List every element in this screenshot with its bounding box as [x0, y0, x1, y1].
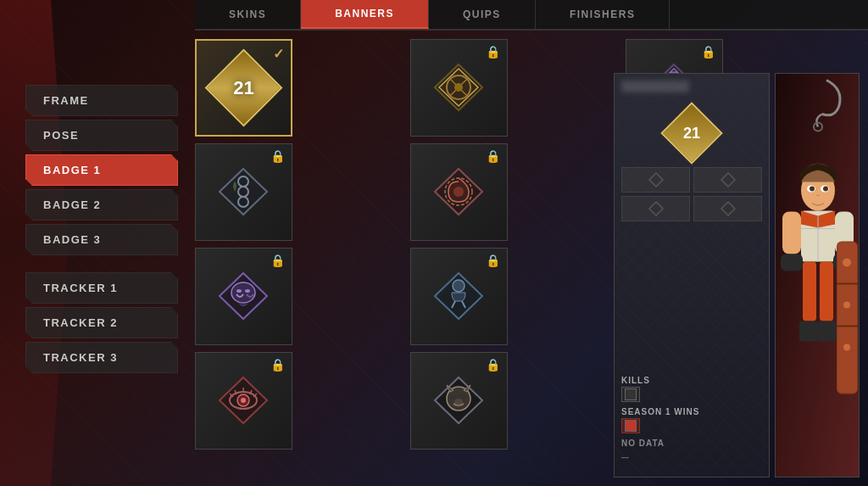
badge-cell-1[interactable]: ✓ 21	[195, 39, 292, 137]
badge-svg-4	[216, 165, 271, 220]
svg-point-47	[461, 394, 466, 399]
badge-21-widget: 21	[214, 59, 274, 118]
lock-icon-4: 🔒	[270, 149, 285, 163]
character-svg	[776, 74, 860, 477]
sidebar: FRAME POSE BADGE 1 BADGE 2 BADGE 3 TRACK…	[25, 85, 178, 373]
svg-point-24	[245, 289, 250, 293]
svg-point-80	[843, 302, 850, 309]
sidebar-item-badge3[interactable]: BADGE 3	[25, 224, 178, 255]
sidebar-item-tracker2[interactable]: TRACKER 2	[25, 307, 178, 338]
svg-point-26	[453, 280, 465, 292]
svg-rect-69	[781, 254, 803, 271]
check-icon: ✓	[273, 46, 284, 62]
badge-cell-8[interactable]: 🔒	[410, 248, 508, 345]
svg-rect-74	[818, 321, 837, 342]
tab-quips[interactable]: QUIPS	[429, 0, 536, 29]
badge-cell-4[interactable]: 🔒	[195, 143, 292, 241]
lock-icon-8: 🔒	[486, 254, 500, 267]
badge-svg-10	[216, 373, 271, 428]
lock-icon-10: 🔒	[270, 358, 285, 371]
svg-point-81	[843, 344, 850, 351]
badge-svg-2	[431, 60, 487, 115]
svg-rect-72	[820, 262, 833, 321]
banner-player-name	[621, 81, 689, 92]
character-art-panel	[775, 73, 860, 478]
tab-finishers[interactable]: FINISHERS	[536, 0, 670, 29]
svg-rect-67	[782, 212, 801, 254]
tab-banners[interactable]: BANNERS	[301, 0, 429, 29]
preview-panel: 21	[614, 73, 860, 478]
badge-cell-5[interactable]: 🔒	[410, 143, 508, 241]
lock-icon-3: 🔒	[701, 45, 715, 59]
svg-point-46	[451, 394, 456, 399]
preview-badge-number: 21	[683, 125, 700, 142]
top-tab-bar: SKINS BANNERS QUIPS FINISHERS	[195, 0, 868, 31]
lock-icon-7: 🔒	[270, 254, 285, 267]
svg-point-23	[236, 289, 242, 293]
svg-rect-73	[799, 321, 818, 342]
svg-point-5	[454, 83, 463, 92]
sidebar-item-badge2[interactable]: BADGE 2	[25, 189, 178, 221]
preview-badge-widget: 21	[666, 108, 717, 159]
banner-preview: 21	[614, 73, 770, 478]
badge-svg-5	[431, 165, 487, 220]
svg-point-48	[454, 399, 463, 405]
svg-rect-71	[803, 262, 816, 321]
lock-icon-5: 🔒	[486, 149, 500, 163]
svg-point-22	[231, 282, 255, 303]
svg-point-38	[241, 398, 246, 403]
badge-cell-7[interactable]: 🔒	[195, 248, 292, 345]
svg-point-79	[843, 259, 851, 267]
sidebar-item-badge1[interactable]: BADGE 1	[25, 154, 178, 186]
badge-svg-7	[216, 269, 271, 324]
svg-point-61	[810, 187, 815, 192]
badge-cell-10[interactable]: 🔒	[195, 352, 292, 450]
tab-skins[interactable]: SKINS	[195, 0, 301, 29]
badge-cell-2[interactable]: 🔒	[410, 39, 508, 137]
badge-svg-11	[431, 373, 487, 428]
main-content: ✓ 21 🔒 🔒	[186, 31, 868, 486]
sidebar-item-tracker1[interactable]: TRACKER 1	[25, 272, 178, 304]
sidebar-item-pose[interactable]: POSE	[25, 120, 178, 151]
sidebar-item-tracker3[interactable]: TRACKER 3	[25, 342, 178, 373]
lock-icon-11: 🔒	[486, 358, 500, 371]
svg-point-16	[453, 187, 464, 197]
badge-21-number: 21	[233, 77, 253, 99]
badge-svg-8	[431, 269, 487, 324]
lock-icon-2: 🔒	[486, 45, 500, 59]
badge-cell-11[interactable]: 🔒	[410, 352, 508, 450]
sidebar-item-frame[interactable]: FRAME	[25, 85, 178, 116]
sidebar-divider	[25, 259, 178, 269]
svg-point-63	[823, 187, 828, 192]
